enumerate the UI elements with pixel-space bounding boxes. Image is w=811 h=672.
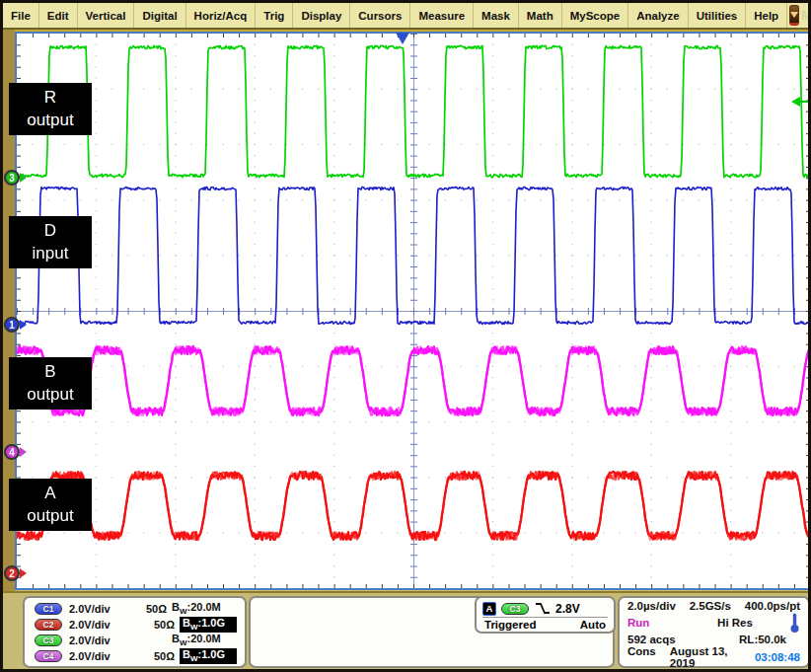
menu-edit[interactable]: Edit [39, 3, 78, 28]
channel2-ground-marker[interactable]: 2 [4, 565, 20, 581]
acquisition-state: Run [627, 617, 687, 629]
channel-readout-panel: C1 2.0V/div 50Ω BW:20.0M C2 2.0V/div 50Ω… [23, 596, 247, 668]
date-label: August 13, 2019 [670, 645, 755, 669]
thermometer-icon [789, 612, 800, 634]
channel4-ground-marker[interactable]: 4 [4, 444, 20, 460]
menu-trig[interactable]: Trig [256, 3, 293, 28]
record-length: RL:50.0k [676, 634, 800, 645]
annotation-d-input: Dinput [9, 216, 92, 268]
clock: 03:08:48 [755, 651, 800, 663]
channel1-bandwidth: BW:20.0M [172, 601, 237, 616]
menu-utilities[interactable]: Utilities [689, 3, 747, 28]
menu-overflow-button[interactable] [789, 5, 799, 26]
annotation-r-output: Routput [9, 83, 92, 135]
trigger-level-arrow[interactable] [790, 97, 810, 107]
menu-vertical[interactable]: Vertical [78, 3, 135, 28]
menu-analyze[interactable]: Analyze [628, 3, 688, 28]
acquisition-mode: Hi Res [687, 617, 783, 629]
channel2-badge[interactable]: C2 [35, 619, 62, 631]
menu-bar: File Edit Vertical Digital Horiz/Acq Tri… [3, 3, 808, 30]
menu-file[interactable]: File [3, 3, 39, 28]
menu-math[interactable]: Math [519, 3, 562, 28]
channel2-row[interactable]: C2 2.0V/div 50Ω BW:1.0G [35, 617, 237, 632]
channel1-ground-arrow [20, 320, 27, 330]
graticule: Routput Dinput Boutput Aoutput [15, 32, 811, 590]
horizontal-readout-panel: 2.0µs/div 2.5GS/s 400.0ps/pt Run Hi Res … [618, 596, 810, 668]
channel4-badge[interactable]: C4 [35, 650, 62, 662]
channel2-ground-arrow [20, 568, 27, 578]
waveform-canvas [17, 34, 810, 588]
channel4-bandwidth: BW:1.0G [180, 648, 237, 663]
menu-help[interactable]: Help [746, 3, 787, 28]
menu-measure[interactable]: Measure [410, 3, 474, 28]
annotation-a-output: Aoutput [9, 479, 92, 531]
trigger-a-icon[interactable]: A [482, 602, 496, 616]
resolution: 400.0ps/pt [745, 600, 800, 612]
channel3-ground-marker[interactable]: 3 [4, 170, 20, 186]
sample-rate: 2.5GS/s [676, 600, 745, 612]
timebase: 2.0µs/div [627, 600, 676, 612]
channel4-ground-arrow [20, 447, 27, 457]
status-bar: C1 2.0V/div 50Ω BW:20.0M C2 2.0V/div 50Ω… [3, 591, 808, 669]
left-arrow-icon [791, 97, 800, 107]
channel1-row[interactable]: C1 2.0V/div 50Ω BW:20.0M [35, 601, 237, 616]
trigger-position-marker[interactable] [396, 33, 409, 44]
channel3-bandwidth: BW:20.0M [172, 633, 237, 647]
menu-digital[interactable]: Digital [134, 3, 185, 28]
trigger-readout-panel: A C3 2.8V Triggered Auto [475, 596, 616, 634]
channel1-badge[interactable]: C1 [35, 603, 62, 615]
menu-mask[interactable]: Mask [474, 3, 519, 28]
trigger-source-badge[interactable]: C3 [501, 603, 529, 615]
trigger-status: Triggered [484, 619, 536, 631]
menu-cursors[interactable]: Cursors [350, 3, 410, 28]
menu-display[interactable]: Display [293, 3, 350, 28]
trigger-mode: Auto [580, 619, 606, 631]
channel3-row[interactable]: C3 2.0V/div BW:20.0M [35, 633, 237, 647]
falling-edge-icon [534, 602, 551, 615]
channel3-ground-arrow [20, 173, 27, 183]
channel2-bandwidth: BW:1.0G [180, 617, 237, 632]
menu-myscope[interactable]: MyScope [562, 3, 629, 28]
acquisition-count: 592 acqs [627, 634, 676, 645]
channel3-badge[interactable]: C3 [35, 635, 62, 646]
model-label: MSO5104B [801, 8, 811, 23]
menu-horiz-acq[interactable]: Horiz/Acq [186, 3, 257, 28]
cons-label: Cons [627, 645, 656, 669]
channel4-row[interactable]: C4 2.0V/div 50Ω BW:1.0G [35, 648, 237, 663]
chevron-down-icon [790, 12, 798, 18]
scope-window: File Edit Vertical Digital Horiz/Acq Tri… [0, 0, 811, 672]
channel1-ground-marker[interactable]: 1 [4, 317, 20, 333]
annotation-b-output: Boutput [9, 357, 92, 410]
trigger-level-value: 2.8V [555, 602, 580, 616]
